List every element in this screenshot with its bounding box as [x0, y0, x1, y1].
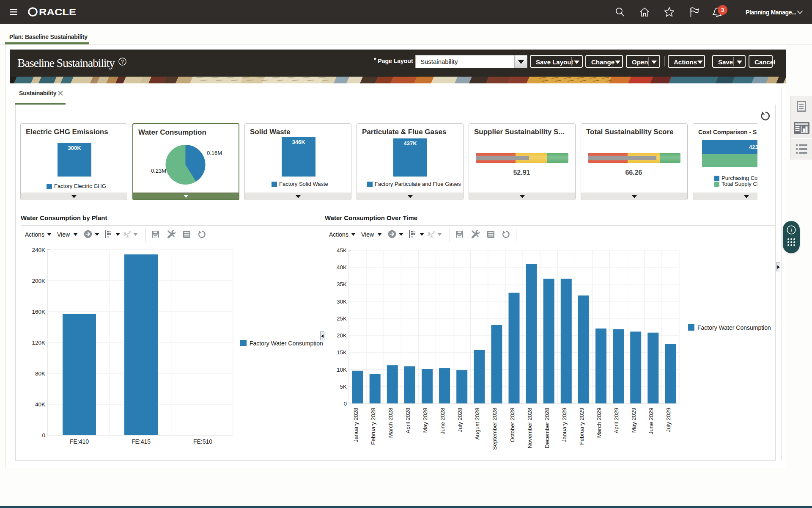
svg-text:July 2029: July 2029 [665, 408, 672, 432]
svg-text:April 2029: April 2029 [613, 408, 620, 433]
svg-text:20K: 20K [337, 332, 347, 339]
svg-text:i: i [790, 227, 792, 233]
svg-text:0: 0 [343, 400, 347, 407]
svg-text:RACLE: RACLE [39, 7, 76, 17]
svg-text:March 2028: March 2028 [387, 408, 394, 438]
svg-text:80K: 80K [35, 370, 45, 377]
svg-text:February 2028: February 2028 [370, 408, 376, 445]
svg-text:April 2028: April 2028 [405, 408, 411, 433]
svg-text:June 2029: June 2029 [648, 408, 654, 434]
svg-text:40K: 40K [35, 401, 45, 408]
svg-text:40K: 40K [337, 264, 347, 271]
svg-text:January 2028: January 2028 [353, 408, 359, 442]
svg-text:120K: 120K [32, 340, 45, 346]
svg-text:15K: 15K [337, 349, 347, 356]
svg-text:Factory Water Consumption: Factory Water Consumption [250, 340, 323, 347]
svg-text:December 2028: December 2028 [544, 408, 550, 448]
svg-text:FE:415: FE:415 [132, 438, 151, 445]
svg-text:July 2028: July 2028 [457, 408, 463, 432]
svg-text:5K: 5K [340, 384, 347, 390]
svg-text:10K: 10K [337, 367, 347, 373]
svg-text:35K: 35K [337, 281, 347, 287]
svg-text:0: 0 [42, 432, 45, 439]
svg-text:45K: 45K [337, 247, 347, 254]
svg-text:?: ? [121, 59, 124, 65]
svg-text:March 2029: March 2029 [596, 408, 602, 438]
svg-text:200K: 200K [32, 278, 45, 284]
svg-text:August 2028: August 2028 [474, 408, 480, 440]
svg-text:FE:410: FE:410 [70, 438, 89, 445]
svg-text:October 2028: October 2028 [509, 408, 516, 442]
svg-text:February 2029: February 2029 [579, 408, 585, 445]
svg-text:30K: 30K [337, 298, 347, 305]
svg-text:Factory Water Consumption: Factory Water Consumption [697, 324, 771, 331]
svg-text:November 2028: November 2028 [527, 408, 533, 448]
svg-text:May 2029: May 2029 [631, 408, 637, 433]
svg-text:25K: 25K [337, 315, 347, 322]
svg-text:160K: 160K [32, 309, 45, 315]
svg-text:September 2028: September 2028 [491, 408, 498, 450]
svg-text:January 2029: January 2029 [561, 408, 568, 442]
svg-text:240K: 240K [32, 247, 45, 253]
svg-text:May 2028: May 2028 [422, 408, 428, 433]
svg-text:FE:510: FE:510 [193, 438, 212, 445]
svg-text:June 2028: June 2028 [439, 408, 446, 434]
